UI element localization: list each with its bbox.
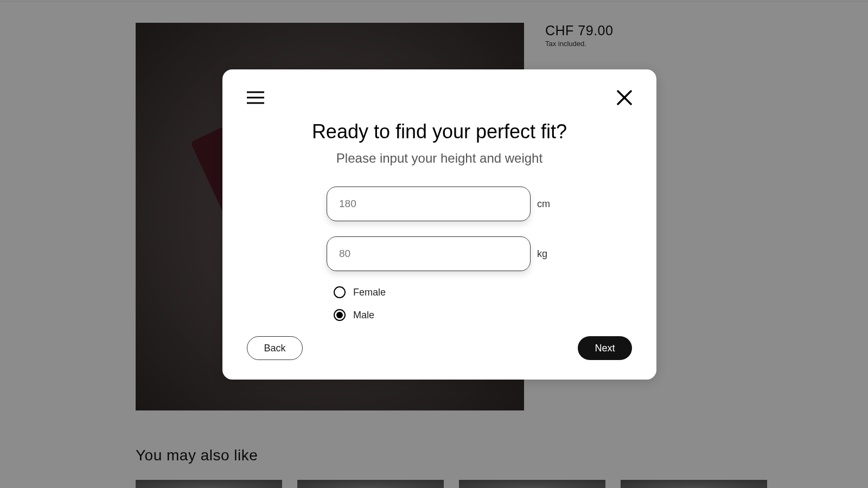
radio-male[interactable]: Male bbox=[334, 309, 632, 321]
height-unit: cm bbox=[537, 198, 552, 210]
radio-female-label: Female bbox=[353, 287, 386, 298]
radio-circle-icon bbox=[334, 309, 346, 321]
weight-input-row: kg bbox=[247, 236, 632, 271]
height-input[interactable] bbox=[327, 187, 531, 221]
weight-unit: kg bbox=[537, 248, 552, 260]
close-icon[interactable] bbox=[617, 90, 632, 105]
weight-input[interactable] bbox=[327, 236, 531, 271]
modal-subtitle: Please input your height and weight bbox=[247, 151, 632, 166]
radio-female[interactable]: Female bbox=[334, 286, 632, 298]
height-input-row: cm bbox=[247, 187, 632, 221]
size-finder-modal: Ready to find your perfect fit? Please i… bbox=[222, 69, 656, 380]
next-button[interactable]: Next bbox=[578, 336, 632, 360]
modal-title: Ready to find your perfect fit? bbox=[247, 120, 632, 143]
back-button[interactable]: Back bbox=[247, 336, 303, 360]
radio-dot-icon bbox=[336, 312, 343, 318]
gender-radio-group: Female Male bbox=[334, 286, 632, 321]
radio-circle-icon bbox=[334, 286, 346, 298]
radio-male-label: Male bbox=[353, 310, 374, 321]
menu-icon[interactable] bbox=[247, 91, 264, 105]
